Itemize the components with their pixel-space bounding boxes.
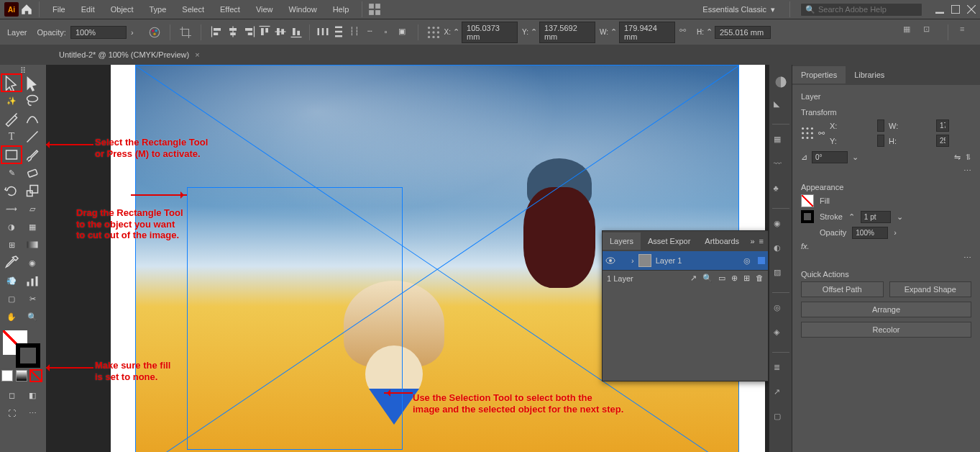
fill-gradient-mode[interactable]: [16, 370, 27, 381]
mesh-tool[interactable]: ⊞: [1, 236, 22, 253]
angle-dropdown-icon[interactable]: ⌄: [852, 153, 858, 162]
reference-point-selector[interactable]: [801, 127, 814, 140]
visibility-icon[interactable]: [605, 256, 615, 266]
properties-tab[interactable]: Properties: [792, 66, 846, 83]
blend-tool[interactable]: ◉: [22, 254, 42, 271]
asset-export-panel-icon[interactable]: ↗: [774, 387, 788, 402]
paintbrush-tool[interactable]: [22, 146, 42, 163]
align-hcenter-icon[interactable]: [226, 24, 240, 39]
opacity-input-prop[interactable]: [852, 227, 888, 239]
distribute-spacing-v-icon[interactable]: ┄: [363, 24, 377, 39]
h-input[interactable]: 255.016 mm: [715, 26, 771, 39]
angle-input[interactable]: [812, 151, 848, 163]
recolor-icon[interactable]: [148, 26, 161, 39]
menu-effect[interactable]: Effect: [213, 2, 247, 17]
distribute-v-icon[interactable]: [331, 24, 346, 39]
menu-help[interactable]: Help: [326, 2, 357, 17]
zoom-tool[interactable]: 🔍: [22, 308, 42, 325]
locate-icon[interactable]: ↗: [690, 274, 697, 283]
opacity-input[interactable]: 100%: [70, 26, 127, 39]
curvature-tool[interactable]: [22, 110, 42, 127]
collapse-icon[interactable]: »: [750, 237, 754, 245]
crop-icon[interactable]: [179, 26, 192, 39]
eraser-tool[interactable]: [22, 164, 42, 181]
stroke-weight-input[interactable]: [861, 211, 891, 223]
align-left-icon[interactable]: [210, 24, 224, 39]
prop-w-input[interactable]: [936, 119, 949, 132]
slice-tool[interactable]: ✂: [22, 290, 42, 307]
new-layer-icon[interactable]: ⊞: [743, 274, 750, 283]
appearance-icon[interactable]: ◎: [774, 303, 788, 317]
opacity-caret-icon[interactable]: ›: [894, 228, 897, 237]
align-top-icon[interactable]: [257, 24, 272, 39]
artboards-panel-icon[interactable]: ▢: [774, 412, 788, 426]
canvas[interactable]: Select the Rectangle Tool or Press (M) t…: [46, 65, 769, 452]
constrain-proportions-icon[interactable]: ⚯: [818, 129, 825, 138]
transparency-icon[interactable]: ▨: [774, 268, 788, 282]
menu-object[interactable]: Object: [104, 2, 141, 17]
new-sublayer-icon[interactable]: ⊕: [731, 274, 738, 283]
color-guide-icon[interactable]: ◣: [774, 99, 788, 114]
align-bottom-icon[interactable]: [289, 24, 303, 39]
draw-behind-icon[interactable]: ◧: [22, 387, 42, 404]
fx-label[interactable]: fx.: [801, 242, 810, 250]
flip-h-icon[interactable]: ⇋: [954, 153, 961, 162]
gradient-panel-icon[interactable]: ◐: [774, 243, 788, 258]
layers-panel[interactable]: Layers Asset Expor Artboards »≡ › Layer …: [602, 230, 769, 381]
artboards-tab[interactable]: Artboards: [697, 232, 746, 250]
brushes-icon[interactable]: 〰: [774, 159, 788, 173]
search-layer-icon[interactable]: 🔍: [702, 274, 713, 283]
free-transform-tool[interactable]: ▱: [22, 200, 42, 217]
rectangle-selection-box[interactable]: [187, 187, 403, 450]
fill-none-mode[interactable]: [30, 370, 42, 381]
hand-tool[interactable]: ✋: [1, 308, 22, 325]
perspective-tool[interactable]: ▦: [22, 218, 42, 235]
pen-tool[interactable]: [1, 110, 22, 127]
y-input[interactable]: 137.5692 mm: [539, 22, 595, 43]
menu-edit[interactable]: Edit: [74, 2, 102, 17]
expand-shape-button[interactable]: Expand Shape: [889, 281, 972, 297]
delete-layer-icon[interactable]: 🗑: [756, 274, 764, 283]
close-icon[interactable]: [967, 5, 976, 14]
document-tab[interactable]: Untitled-2* @ 100% (CMYK/Preview) ×: [52, 48, 207, 62]
arrange-button[interactable]: Arrange: [801, 302, 971, 317]
minimize-icon[interactable]: [935, 5, 944, 14]
search-box[interactable]: 🔍: [800, 3, 922, 17]
x-input[interactable]: 105.0373 mm: [462, 22, 518, 43]
workspace-switcher[interactable]: Essentials Classic ▾: [698, 4, 779, 16]
shaper-tool[interactable]: ✎: [1, 164, 22, 181]
clip-mask-icon[interactable]: ▭: [718, 274, 725, 283]
offset-path-button[interactable]: Offset Path: [801, 281, 884, 297]
menu-type[interactable]: Type: [142, 2, 174, 17]
prop-y-input[interactable]: [877, 135, 884, 147]
menu-select[interactable]: Select: [175, 2, 211, 17]
width-tool[interactable]: ⟿: [1, 200, 22, 217]
menu-window[interactable]: Window: [282, 2, 324, 17]
rectangle-tool[interactable]: [1, 146, 22, 163]
asset-export-tab[interactable]: Asset Expor: [641, 232, 697, 250]
magic-wand-tool[interactable]: ✨: [1, 92, 22, 109]
recolor-button[interactable]: Recolor: [801, 322, 971, 338]
line-tool[interactable]: [22, 128, 42, 145]
stroke-swatch[interactable]: [16, 343, 40, 368]
home-icon[interactable]: [20, 3, 33, 16]
rotate-tool[interactable]: [1, 182, 22, 199]
flip-v-icon[interactable]: ⥮: [965, 153, 971, 162]
align-right-icon[interactable]: [242, 24, 256, 39]
close-tab-icon[interactable]: ×: [195, 50, 199, 59]
toolbar-grip[interactable]: ⠿: [1, 68, 45, 73]
stroke-panel-icon[interactable]: ◉: [774, 219, 788, 233]
screen-mode-icon[interactable]: ⛶: [1, 404, 22, 422]
libraries-tab[interactable]: Libraries: [846, 66, 893, 83]
artboard-tool[interactable]: ▢: [1, 290, 22, 307]
panel-menu-icon[interactable]: ≡: [960, 24, 973, 37]
eyedropper-tool[interactable]: [1, 254, 22, 271]
layer-name[interactable]: Layer 1: [656, 256, 682, 265]
fill-stroke-swatch[interactable]: [1, 330, 42, 368]
selection-tool[interactable]: [1, 74, 22, 91]
layers-tab[interactable]: Layers: [603, 232, 641, 250]
arrange-docs-icon[interactable]: [368, 3, 381, 16]
direct-selection-tool[interactable]: [22, 74, 42, 91]
graph-tool[interactable]: [22, 272, 42, 289]
menu-view[interactable]: View: [249, 2, 280, 17]
